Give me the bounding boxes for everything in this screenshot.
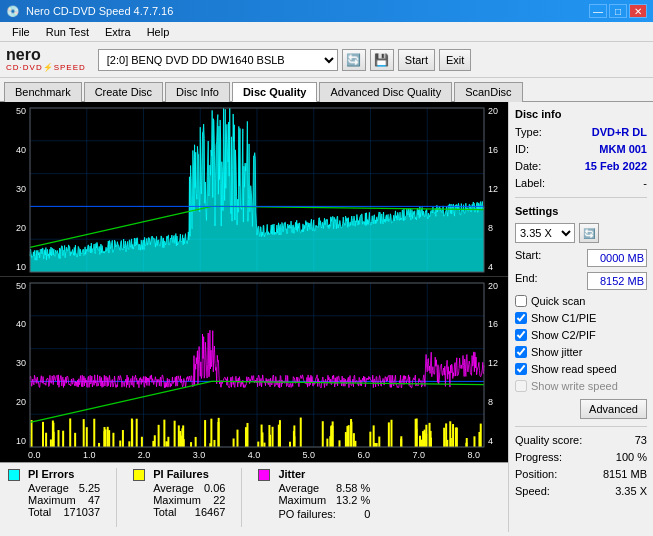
nero-logo-text: nero [6, 47, 41, 63]
pi-failures-label: PI Failures [153, 468, 225, 480]
advanced-button[interactable]: Advanced [580, 399, 647, 419]
start-mb-row: Start: [515, 249, 647, 267]
disc-label-label: Label: [515, 177, 545, 189]
tab-advanced-disc-quality[interactable]: Advanced Disc Quality [319, 82, 452, 102]
disc-date-label: Date: [515, 160, 541, 172]
speed-selector[interactable]: 3.35 X [515, 223, 575, 243]
pi-errors-stat: PI Errors Average 5.25 Maximum 47 Total … [8, 468, 100, 518]
quick-scan-checkbox[interactable] [515, 295, 527, 307]
disc-info-title: Disc info [515, 108, 647, 120]
speed-val: 3.35 X [615, 485, 647, 497]
quality-score-label: Quality score: [515, 434, 582, 446]
pi-errors-max-label: Maximum [28, 494, 76, 506]
stats-bar: PI Errors Average 5.25 Maximum 47 Total … [0, 462, 508, 532]
maximize-button[interactable]: □ [609, 4, 627, 18]
menu-bar: File Run Test Extra Help [0, 22, 653, 42]
pi-failures-avg-label: Average [153, 482, 194, 494]
jitter-avg-val: 8.58 % [336, 482, 370, 494]
speed-setting-row: 3.35 X 🔄 [515, 223, 647, 243]
pi-failures-max-val: 22 [213, 494, 225, 506]
disc-date-row: Date: 15 Feb 2022 [515, 160, 647, 172]
end-mb-input[interactable] [587, 272, 647, 290]
upper-chart-canvas [0, 102, 508, 276]
settings-title: Settings [515, 205, 647, 217]
show-c2pif-checkbox[interactable] [515, 329, 527, 341]
lower-chart-canvas [0, 277, 508, 451]
show-read-speed-checkbox[interactable] [515, 363, 527, 375]
nero-logo-subtitle: CD·DVD⚡SPEED [6, 63, 86, 72]
quality-score-val: 73 [635, 434, 647, 446]
refresh-button[interactable]: 🔄 [342, 49, 366, 71]
po-failures-val: 0 [364, 508, 370, 520]
menu-extra[interactable]: Extra [97, 25, 139, 39]
position-label: Position: [515, 468, 557, 480]
pi-errors-avg-label: Average [28, 482, 69, 494]
lower-chart: 50 40 30 20 10 20 16 12 8 4 [0, 277, 508, 451]
show-c2pif-row: Show C2/PIF [515, 329, 647, 341]
window-title: Nero CD-DVD Speed 4.7.7.16 [26, 5, 173, 17]
tab-disc-info[interactable]: Disc Info [165, 82, 230, 102]
quick-scan-row: Quick scan [515, 295, 647, 307]
start-mb-label: Start: [515, 249, 541, 267]
pi-failures-total-val: 16467 [195, 506, 226, 518]
nero-logo: nero CD·DVD⚡SPEED [6, 47, 86, 72]
show-c1pie-checkbox[interactable] [515, 312, 527, 324]
start-button[interactable]: Start [398, 49, 435, 71]
speed-row: Speed: 3.35 X [515, 485, 647, 497]
tab-bar: Benchmark Create Disc Disc Info Disc Qua… [0, 78, 653, 102]
progress-val: 100 % [616, 451, 647, 463]
disc-id-row: ID: MKM 001 [515, 143, 647, 155]
menu-file[interactable]: File [4, 25, 38, 39]
progress-row: Progress: 100 % [515, 451, 647, 463]
menu-run-test[interactable]: Run Test [38, 25, 97, 39]
quality-score-row: Quality score: 73 [515, 434, 647, 446]
jitter-label: Jitter [278, 468, 370, 480]
speed-refresh-button[interactable]: 🔄 [579, 223, 599, 243]
drive-selector[interactable]: [2:0] BENQ DVD DD DW1640 BSLB [98, 49, 338, 71]
po-failures-label: PO failures: [278, 508, 335, 520]
title-bar: 💿 Nero CD-DVD Speed 4.7.7.16 — □ ✕ [0, 0, 653, 22]
show-jitter-label: Show jitter [531, 346, 582, 358]
start-mb-input[interactable] [587, 249, 647, 267]
save-button[interactable]: 💾 [370, 49, 394, 71]
tab-create-disc[interactable]: Create Disc [84, 82, 163, 102]
upper-chart: 50 40 30 20 10 20 16 12 8 4 [0, 102, 508, 277]
close-button[interactable]: ✕ [629, 4, 647, 18]
disc-date-val: 15 Feb 2022 [585, 160, 647, 172]
window-controls: — □ ✕ [589, 4, 647, 18]
end-mb-label: End: [515, 272, 538, 290]
tab-disc-quality[interactable]: Disc Quality [232, 82, 318, 102]
jitter-max-label: Maximum [278, 494, 326, 506]
jitter-color [258, 469, 270, 481]
show-write-speed-row: Show write speed [515, 380, 647, 392]
exit-button[interactable]: Exit [439, 49, 471, 71]
app-icon: 💿 [6, 5, 20, 18]
show-c2pif-label: Show C2/PIF [531, 329, 596, 341]
divider-2 [515, 426, 647, 427]
pi-failures-stat: PI Failures Average 0.06 Maximum 22 Tota… [133, 468, 225, 518]
progress-label: Progress: [515, 451, 562, 463]
disc-label-row: Label: - [515, 177, 647, 189]
disc-label-val: - [643, 177, 647, 189]
pi-errors-color [8, 469, 20, 481]
tab-scandisc[interactable]: ScanDisc [454, 82, 522, 102]
show-write-speed-checkbox [515, 380, 527, 392]
jitter-max-val: 13.2 % [336, 494, 370, 506]
menu-help[interactable]: Help [139, 25, 178, 39]
toolbar: nero CD·DVD⚡SPEED [2:0] BENQ DVD DD DW16… [0, 42, 653, 78]
show-jitter-checkbox[interactable] [515, 346, 527, 358]
disc-type-val: DVD+R DL [592, 126, 647, 138]
show-c1pie-label: Show C1/PIE [531, 312, 596, 324]
minimize-button[interactable]: — [589, 4, 607, 18]
x-axis-labels: 0.0 1.0 2.0 3.0 4.0 5.0 6.0 7.0 8.0 [0, 450, 508, 462]
pi-failures-max-label: Maximum [153, 494, 201, 506]
show-read-speed-row: Show read speed [515, 363, 647, 375]
tab-benchmark[interactable]: Benchmark [4, 82, 82, 102]
disc-type-row: Type: DVD+R DL [515, 126, 647, 138]
show-read-speed-label: Show read speed [531, 363, 617, 375]
quick-scan-label: Quick scan [531, 295, 585, 307]
speed-label: Speed: [515, 485, 550, 497]
pi-failures-avg-val: 0.06 [204, 482, 225, 494]
pi-failures-color [133, 469, 145, 481]
divider-1 [515, 197, 647, 198]
